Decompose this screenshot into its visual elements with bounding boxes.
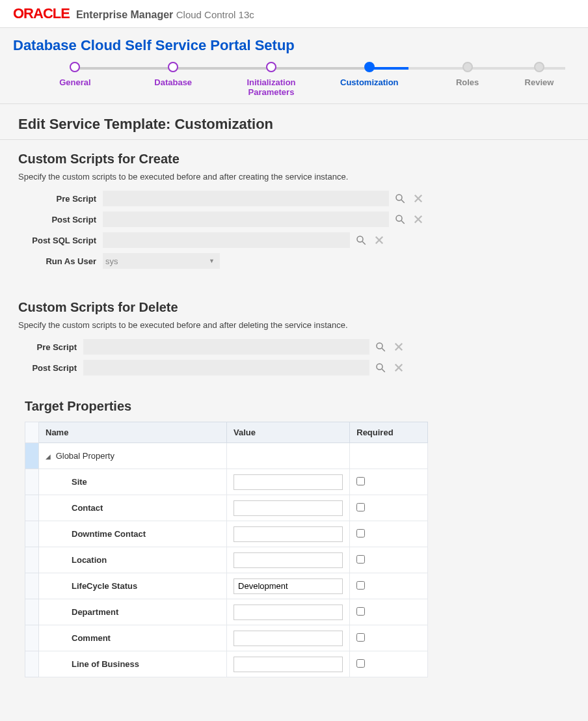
post-script-search-button[interactable] [393,212,407,226]
train-circle-icon [168,62,178,72]
post-script-input[interactable] [103,211,389,227]
delete-pre-script-label: Pre Script [0,342,83,352]
property-value-input[interactable] [234,605,343,620]
train-step-initialization-parameters[interactable]: InitializationParameters [222,62,321,97]
property-required-cell [350,521,428,547]
group-row-value [227,443,350,469]
app-title-main: Enterprise Manager [76,9,173,20]
svg-line-13 [382,348,385,351]
train-step-label: Customization [340,77,399,87]
property-row: Contact [25,495,428,521]
delete-pre-script-search-button[interactable] [373,340,388,354]
train-circle-icon [534,62,544,72]
column-header-name[interactable]: Name [39,422,227,443]
oracle-logo: ORACLE [13,5,70,22]
property-value-cell [227,469,350,495]
property-value-cell [227,521,350,547]
property-name: Downtime Contact [39,521,227,547]
property-value-cell [227,625,350,651]
property-required-checkbox[interactable] [356,659,365,668]
property-row: Department [25,599,428,625]
property-name: Department [39,599,227,625]
property-required-checkbox[interactable] [356,607,365,616]
train-step-database[interactable]: Database [124,62,222,87]
train-step-label: General [59,77,90,87]
delete-scripts-title: Custom Scripts for Delete [18,300,570,315]
property-required-cell [350,599,428,625]
delete-pre-script-clear-button[interactable] [392,340,406,354]
pre-script-clear-button[interactable] [411,191,425,206]
svg-point-0 [396,195,402,200]
row-handle[interactable] [25,495,39,521]
property-value-cell [227,495,350,521]
post-sql-script-input[interactable] [103,232,350,248]
post-script-clear-button[interactable] [411,212,425,226]
delete-post-script-input[interactable] [83,360,369,375]
property-required-cell [350,625,428,651]
property-row: Comment [25,625,428,651]
property-required-checkbox[interactable] [356,581,365,590]
property-value-input[interactable] [234,500,343,516]
column-header-required[interactable]: Required [350,422,428,443]
post-script-label: Post Script [18,215,103,224]
close-icon [393,362,405,374]
property-row: Line of Business [25,651,428,677]
property-value-input[interactable] [234,474,343,490]
delete-pre-script-row: Pre Script [0,339,570,355]
property-value-input[interactable] [234,526,343,542]
group-row-required [350,443,428,469]
row-handle[interactable] [25,521,39,547]
train-step-label: Database [154,77,192,87]
row-handle[interactable] [25,573,39,599]
train-circle-icon [364,62,375,72]
pre-script-input[interactable] [103,191,389,206]
svg-line-1 [401,200,405,203]
property-value-input[interactable] [234,631,343,646]
property-name: LifeCycle Status [39,573,227,599]
property-required-checkbox[interactable] [356,529,365,537]
run-as-user-select[interactable]: sys [103,253,220,269]
pre-script-row: Pre Script [18,191,570,206]
post-sql-script-search-button[interactable] [354,233,368,247]
row-handle[interactable] [25,547,39,573]
row-handle[interactable] [25,625,39,651]
property-row: Location [25,547,428,573]
train-step-customization[interactable]: Customization [320,62,418,87]
property-value-input[interactable] [234,578,343,594]
delete-post-script-search-button[interactable] [373,360,388,375]
target-properties-title: Target Properties [25,399,570,414]
app-title: Enterprise Manager Cloud Control 13c [76,9,254,21]
pre-script-search-button[interactable] [393,191,407,206]
post-sql-script-label: Post SQL Script [18,236,103,245]
row-handle[interactable] [25,651,39,677]
app-title-sub: Cloud Control 13c [176,9,254,20]
delete-post-script-clear-button[interactable] [392,360,406,375]
group-row-name[interactable]: ◢ Global Property [39,443,227,469]
property-value-cell [227,599,350,625]
svg-point-12 [377,343,382,349]
property-required-checkbox[interactable] [356,555,365,564]
train-circle-icon [462,62,473,72]
svg-point-8 [357,236,363,242]
property-value-input[interactable] [234,552,343,568]
train-circle-icon [266,62,276,72]
post-sql-script-clear-button[interactable] [372,233,386,247]
column-header-value[interactable]: Value [227,422,350,443]
property-required-checkbox[interactable] [356,633,365,642]
table-handle-header [25,422,39,443]
property-required-cell [350,547,428,573]
row-handle[interactable] [25,469,39,495]
magnifier-icon [394,213,406,225]
train-step-general[interactable]: General [26,62,124,87]
property-name: Location [39,547,227,573]
row-handle[interactable] [25,443,39,469]
row-handle[interactable] [25,599,39,625]
property-name: Contact [39,495,227,521]
collapse-icon[interactable]: ◢ [46,453,51,460]
app-header: ORACLE Enterprise Manager Cloud Control … [0,0,588,28]
create-scripts-title: Custom Scripts for Create [18,152,570,167]
delete-pre-script-input[interactable] [83,339,369,355]
property-required-checkbox[interactable] [356,503,365,511]
property-value-input[interactable] [234,657,343,672]
property-required-checkbox[interactable] [356,477,365,485]
